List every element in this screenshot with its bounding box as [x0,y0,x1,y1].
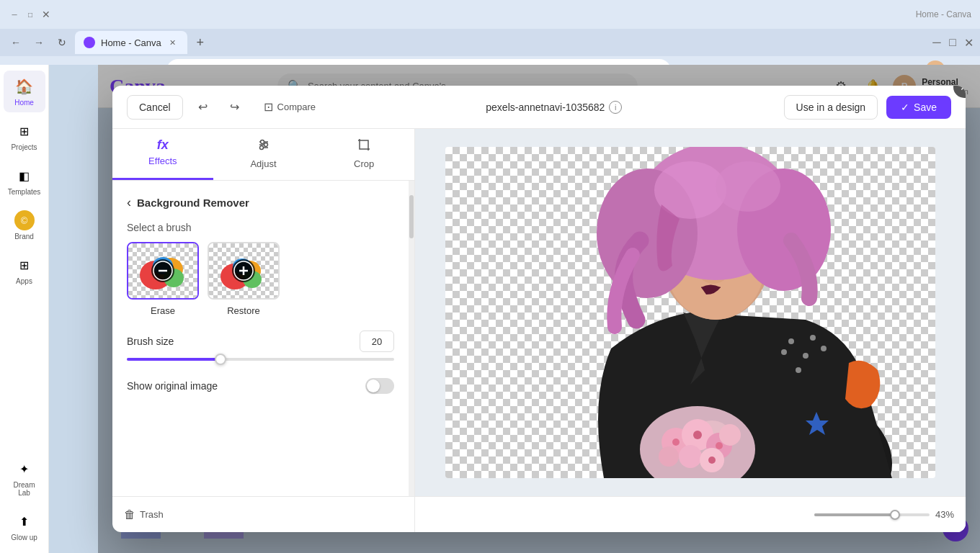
home-icon: 🏠 [14,76,35,96]
sidebar-item-apps[interactable]: ⊞ Apps [4,249,45,291]
modal-overlay: ✕ Cancel ↩ ↪ ⊡ Compare pexels-annetnavi-… [98,65,980,553]
cancel-button[interactable]: Cancel [127,95,183,120]
svg-point-22 [796,367,801,373]
sidebar-item-projects[interactable]: ⊞ Projects [4,115,45,157]
brand-icon: © [14,210,35,230]
win-maximize[interactable]: □ [947,37,958,48]
svg-point-21 [803,353,808,359]
left-panel: fx Effects [112,129,415,532]
win-minimize[interactable]: ─ [931,37,943,48]
restore-icon [232,259,255,282]
brush-size-slider-fill [127,358,220,361]
effects-tab-label: Effects [148,156,177,166]
restore-brush-preview[interactable] [208,242,280,300]
restore-brush-item[interactable]: Restore [208,242,280,316]
svg-point-1 [260,140,264,144]
brush-size-slider-container [127,358,394,361]
trash-row[interactable]: 🗑 Trash [124,508,164,521]
undo-button[interactable]: ↩ [192,96,215,119]
tab-close-button[interactable]: ✕ [167,37,179,48]
brush-grid: Erase [127,242,394,316]
sidebar-label-dream-lab: Dream Lab [8,481,41,497]
minimize-button[interactable]: ─ [9,9,20,20]
erase-brush-label: Erase [151,305,175,316]
image-panel: 43% [415,129,966,532]
modal: ✕ Cancel ↩ ↪ ⊡ Compare pexels-annetnavi-… [112,86,966,532]
save-label: Save [914,102,937,113]
svg-point-24 [821,346,827,351]
reload-button[interactable]: ↻ [52,32,72,53]
erase-brush-item[interactable]: Erase [127,242,199,316]
sidebar: 🏠 Home ⊞ Projects ◧ Templates © Brand ⊞ … [0,65,49,553]
forward-button[interactable]: → [29,32,49,53]
compare-label: Compare [277,102,316,112]
crop-tab-icon [357,138,371,156]
zoom-thumb[interactable] [890,510,900,520]
save-button[interactable]: ✓ Save [886,96,951,119]
file-name-text: pexels-annetnavi-1035682 [486,102,605,113]
tab-crop[interactable]: Crop [313,129,414,180]
projects-icon: ⊞ [14,121,35,141]
sidebar-label-brand: Brand [14,233,34,240]
back-chevron-icon: ‹ [127,195,131,210]
zoom-label: 43% [935,509,954,520]
svg-point-20 [788,338,794,344]
sidebar-item-glow-up[interactable]: ⬆ Glow up [4,505,45,547]
erase-brush-preview[interactable] [127,242,199,300]
maximize-button[interactable]: □ [24,9,36,20]
sidebar-label-apps: Apps [16,277,32,285]
trash-icon: 🗑 [124,508,135,521]
close-window-button[interactable]: ✕ [40,9,52,20]
browser-tab[interactable]: Home - Canva ✕ [75,31,187,54]
compare-button[interactable]: ⊡ Compare [255,96,324,118]
sidebar-item-templates[interactable]: ◧ Templates [4,160,45,202]
show-original-toggle[interactable] [365,378,394,394]
sidebar-item-brand[interactable]: © Brand [4,204,45,246]
sidebar-item-dream-lab[interactable]: ✦ Dream Lab [4,453,45,503]
panel-bottom: 🗑 Trash [112,496,414,532]
redo-button[interactable]: ↪ [223,96,246,119]
svg-point-3 [264,143,267,147]
brush-size-slider-track[interactable] [127,358,394,361]
use-in-design-button[interactable]: Use in a design [784,95,878,120]
modal-body: fx Effects [112,129,966,532]
show-original-label: Show original image [127,380,218,392]
back-button[interactable]: ← [6,32,26,53]
tab-title: Home - Canva [101,37,161,48]
dream-lab-icon: ✦ [14,459,35,479]
panel-scrollbar[interactable] [409,181,414,496]
effects-tab-icon: fx [157,138,169,153]
background-remover-label: Background Remover [137,197,249,209]
sidebar-item-home[interactable]: 🏠 Home [4,71,45,112]
new-tab-button[interactable]: + [190,32,210,53]
restore-brush-label: Restore [227,305,260,316]
win-close[interactable]: ✕ [963,37,974,48]
main-image-container [445,147,935,478]
tab-effects[interactable]: fx Effects [112,129,213,180]
sidebar-label-projects: Projects [11,143,37,151]
svg-point-34 [719,424,741,446]
content-area: Canva 🔍 ⚙ 🔔 P Personal CGV Heaven [49,65,980,553]
crop-tab-label: Crop [354,158,374,169]
svg-point-31 [679,445,702,468]
tab-adjust[interactable]: Adjust [213,129,314,180]
compare-icon: ⊡ [264,100,273,114]
svg-point-25 [781,349,787,355]
back-button-row[interactable]: ‹ Background Remover [127,195,394,210]
file-name: pexels-annetnavi-1035682 i [333,101,775,114]
glow-up-icon: ⬆ [14,511,35,531]
panel-tabs: fx Effects [112,129,414,181]
trash-label: Trash [140,509,164,520]
zoom-slider[interactable] [814,513,930,516]
svg-point-47 [716,161,780,212]
info-icon[interactable]: i [609,101,622,114]
svg-point-5 [259,146,263,150]
svg-point-33 [659,446,679,467]
erase-icon [151,259,174,282]
svg-point-37 [716,442,723,449]
adjust-tab-label: Adjust [250,158,276,169]
apps-icon: ⊞ [14,255,35,275]
brush-size-slider-thumb[interactable] [215,354,226,365]
modal-header: Cancel ↩ ↪ ⊡ Compare pexels-annetnavi-10… [112,86,966,129]
scrollbar-thumb[interactable] [409,195,414,238]
